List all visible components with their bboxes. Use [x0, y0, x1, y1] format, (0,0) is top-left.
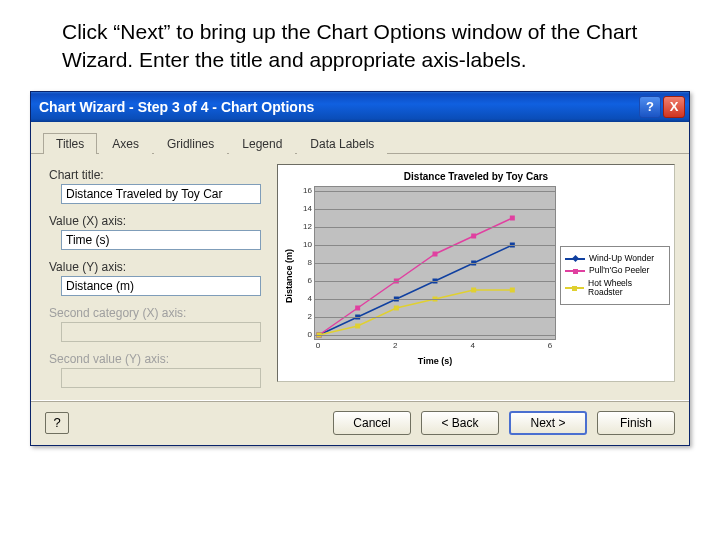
svg-rect-13 [355, 323, 360, 328]
svg-rect-9 [433, 251, 438, 256]
next-button[interactable]: Next > [509, 411, 587, 435]
finish-button[interactable]: Finish [597, 411, 675, 435]
titlebar-close-button[interactable]: X [663, 96, 685, 118]
svg-rect-7 [355, 305, 360, 310]
tab-strip: Titles Axes Gridlines Legend Data Labels [31, 122, 689, 154]
titlebar[interactable]: Chart Wizard - Step 3 of 4 - Chart Optio… [31, 92, 689, 122]
input-second-x [61, 322, 261, 342]
svg-rect-14 [394, 305, 399, 310]
preview-ylabel: Distance (m) [284, 249, 294, 303]
tab-legend[interactable]: Legend [229, 133, 295, 154]
svg-rect-11 [510, 215, 515, 220]
x-ticks: 0246 [314, 340, 556, 354]
form-column: Chart title: Value (X) axis: Value (Y) a… [45, 164, 265, 394]
input-value-x[interactable] [61, 230, 261, 250]
titles-panel: Chart title: Value (X) axis: Value (Y) a… [31, 154, 689, 400]
dialog-help-button[interactable]: ? [45, 412, 69, 434]
input-value-y[interactable] [61, 276, 261, 296]
tab-gridlines[interactable]: Gridlines [154, 133, 227, 154]
instruction-text: Click “Next” to bring up the Chart Optio… [0, 0, 720, 83]
label-second-y: Second value (Y) axis: [49, 352, 265, 366]
chart-preview: Distance Traveled by Toy Cars Distance (… [277, 164, 675, 382]
legend: Wind-Up WonderPull'n'Go PeelerHot Wheels… [560, 246, 670, 305]
label-value-x: Value (X) axis: [49, 214, 265, 228]
chart-wizard-window: Chart Wizard - Step 3 of 4 - Chart Optio… [30, 91, 690, 446]
titlebar-help-button[interactable]: ? [639, 96, 661, 118]
svg-rect-16 [471, 287, 476, 292]
cancel-button[interactable]: Cancel [333, 411, 411, 435]
tab-data-labels[interactable]: Data Labels [297, 133, 387, 154]
label-value-y: Value (Y) axis: [49, 260, 265, 274]
label-second-x: Second category (X) axis: [49, 306, 265, 320]
svg-rect-17 [510, 287, 515, 292]
input-chart-title[interactable] [61, 184, 261, 204]
svg-rect-10 [471, 233, 476, 238]
label-chart-title: Chart title: [49, 168, 265, 182]
back-button[interactable]: < Back [421, 411, 499, 435]
preview-chart-title: Distance Traveled by Toy Cars [282, 171, 670, 182]
preview-xlabel: Time (s) [314, 356, 556, 366]
input-second-y [61, 368, 261, 388]
y-ticks: 0246810121416 [296, 186, 314, 348]
tab-titles[interactable]: Titles [43, 133, 97, 154]
plot-area [314, 186, 556, 340]
tab-axes[interactable]: Axes [99, 133, 152, 154]
button-bar: ? Cancel < Back Next > Finish [31, 400, 689, 445]
window-title: Chart Wizard - Step 3 of 4 - Chart Optio… [39, 99, 637, 115]
